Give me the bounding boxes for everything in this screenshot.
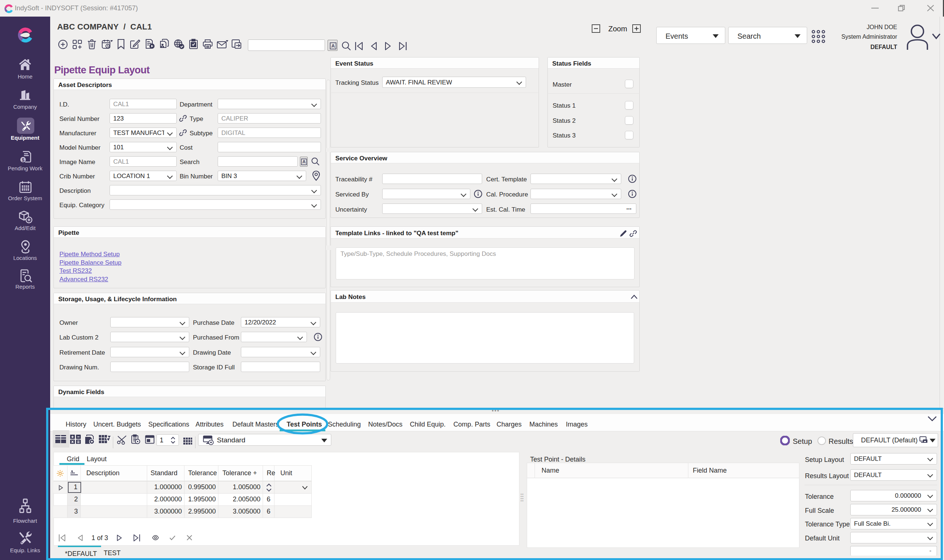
svg-text:A: A <box>331 43 335 49</box>
svg-text:A: A <box>302 159 306 165</box>
svg-text:$: $ <box>22 157 25 163</box>
